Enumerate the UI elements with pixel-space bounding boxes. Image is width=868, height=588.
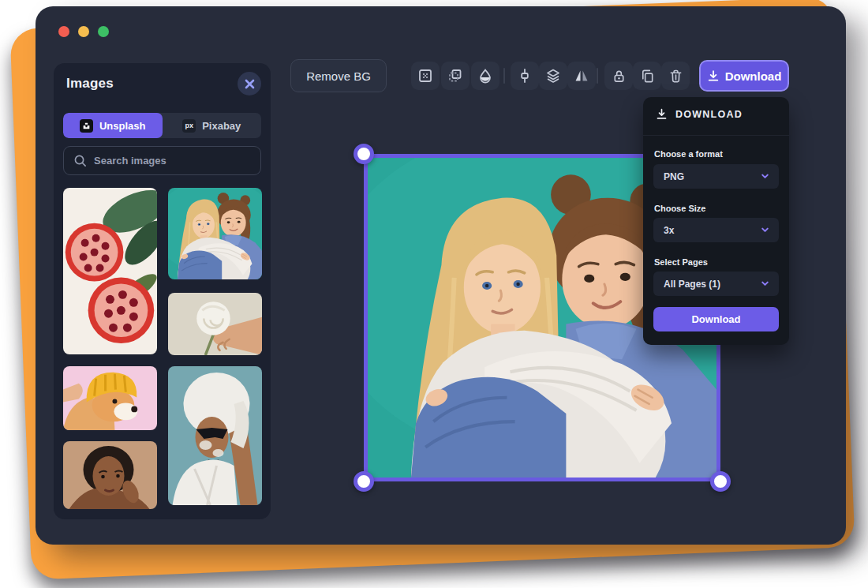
- thumbnail-woman-portrait[interactable]: [63, 441, 157, 509]
- tab-unsplash[interactable]: Unsplash: [63, 113, 163, 138]
- copy-button[interactable]: [633, 62, 661, 90]
- droplet-icon: [477, 68, 493, 84]
- download-icon: [707, 69, 720, 82]
- thumbnail-woman-towel-mask[interactable]: [168, 366, 262, 505]
- trash-icon: [668, 69, 683, 84]
- resize-handle-top-left[interactable]: [354, 144, 374, 164]
- chevron-down-icon: [760, 171, 770, 182]
- toolbar-divider: [503, 68, 505, 84]
- layers-icon: [545, 68, 561, 84]
- flip-horizontal-icon: [574, 68, 589, 84]
- chevron-down-icon: [760, 225, 770, 235]
- flip-vertical-icon: [517, 68, 533, 84]
- images-panel: Images Unsplash px Pixabay: [54, 63, 271, 519]
- thumbnail-pomegranate[interactable]: [63, 188, 157, 354]
- lock-button[interactable]: [604, 62, 633, 90]
- format-value: PNG: [664, 171, 684, 182]
- download-icon: [656, 108, 668, 120]
- close-panel-button[interactable]: [238, 72, 261, 96]
- lock-icon: [612, 69, 627, 84]
- stage: Images Unsplash px Pixabay: [0, 0, 868, 588]
- search-box: [63, 146, 261, 175]
- tab-label: Pixabay: [202, 120, 241, 132]
- search-icon: [73, 154, 87, 167]
- duplicate-icon: [447, 68, 463, 84]
- thumbnail-white-rose-in-hand[interactable]: [168, 293, 262, 355]
- download-panel-title: DOWNLOAD: [675, 109, 743, 120]
- close-icon: [245, 79, 255, 89]
- search-input[interactable]: [94, 147, 256, 174]
- trash-button[interactable]: [661, 62, 690, 90]
- confirm-download-label: Download: [691, 313, 740, 325]
- download-panel-header: DOWNLOAD: [656, 108, 743, 120]
- flip-horizontal-button[interactable]: [567, 62, 596, 90]
- remove-bg-button[interactable]: Remove BG: [290, 59, 387, 92]
- divider: [643, 135, 789, 136]
- resize-handle-bottom-left[interactable]: [354, 471, 374, 492]
- tab-pixabay[interactable]: px Pixabay: [163, 113, 262, 138]
- image-source-tabs: Unsplash px Pixabay: [63, 113, 261, 138]
- download-button[interactable]: Download: [699, 60, 789, 92]
- panel-title: Images: [66, 76, 114, 92]
- droplet-button[interactable]: [471, 62, 499, 90]
- size-label: Choose Size: [654, 204, 705, 213]
- download-panel: DOWNLOAD Choose a format PNG Choose Size…: [643, 97, 789, 345]
- pages-select[interactable]: All Pages (1): [653, 272, 779, 296]
- pixabay-logo-icon: px: [182, 119, 196, 133]
- tab-label: Unsplash: [99, 120, 146, 132]
- thumbnail-two-girls-hugging[interactable]: [168, 188, 262, 279]
- size-select[interactable]: 3x: [653, 218, 779, 242]
- pages-label: Select Pages: [654, 257, 708, 267]
- frame-button[interactable]: [411, 62, 440, 90]
- size-value: 3x: [664, 225, 674, 236]
- frame-icon: [417, 68, 433, 84]
- zoom-window-button[interactable]: [98, 26, 109, 37]
- chevron-down-icon: [760, 279, 770, 289]
- format-select[interactable]: PNG: [653, 164, 779, 189]
- duplicate-button[interactable]: [441, 62, 470, 90]
- flip-vertical-button[interactable]: [511, 62, 539, 90]
- format-label: Choose a format: [654, 149, 723, 159]
- copy-icon: [640, 69, 655, 84]
- resize-handle-bottom-right[interactable]: [710, 471, 731, 492]
- remove-bg-label: Remove BG: [306, 69, 371, 83]
- minimize-window-button[interactable]: [78, 26, 89, 37]
- thumbnail-dog-yellow-beanie[interactable]: [63, 366, 157, 430]
- layers-button[interactable]: [539, 62, 567, 90]
- close-window-button[interactable]: [58, 26, 69, 37]
- confirm-download-button[interactable]: Download: [653, 307, 779, 331]
- pages-value: All Pages (1): [664, 279, 720, 290]
- unsplash-logo-icon: [80, 119, 93, 133]
- toolbar-divider: [597, 68, 598, 84]
- download-button-label: Download: [725, 69, 782, 83]
- app-window: Images Unsplash px Pixabay: [36, 6, 846, 545]
